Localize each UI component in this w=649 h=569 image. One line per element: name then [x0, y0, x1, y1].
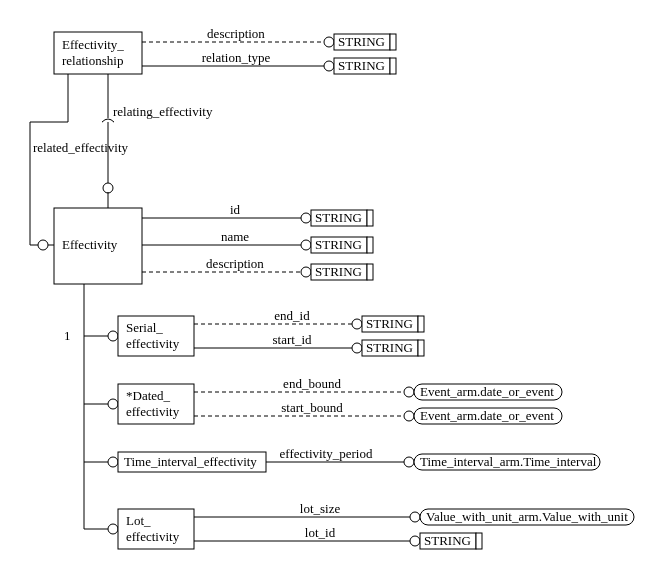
circle-end-id [352, 319, 362, 329]
typetext-name: STRING [315, 237, 362, 252]
typebox-start-id-tab [418, 340, 424, 356]
circle-relating [103, 183, 113, 193]
circle-related [38, 240, 48, 250]
typetext-relation-type: STRING [338, 58, 385, 73]
label-relating-effectivity: relating_effectivity [113, 104, 213, 119]
label-effectivity-period: effectivity_period [280, 446, 373, 461]
entity-serial-line1: Serial_ [126, 320, 163, 335]
entity-effectivity-relationship-line2: relationship [62, 53, 123, 68]
entity-serial-line2: effectivity [126, 336, 180, 351]
circle-serial [108, 331, 118, 341]
typebox-relation-type-tab [390, 58, 396, 74]
circle-description-rel [324, 37, 334, 47]
label-related-effectivity: related_effectivity [33, 140, 129, 155]
label-description-rel: description [207, 26, 265, 41]
label-lot-id: lot_id [305, 525, 336, 540]
entity-effectivity-label: Effectivity [62, 237, 118, 252]
label-one: 1 [64, 328, 71, 343]
typebox-name-tab [367, 237, 373, 253]
label-end-bound: end_bound [283, 376, 341, 391]
typetext-start-bound: Event_arm.date_or_event [420, 408, 554, 423]
circle-description [301, 267, 311, 277]
entity-lot-line1: Lot_ [126, 513, 151, 528]
typebox-end-id-tab [418, 316, 424, 332]
typetext-id: STRING [315, 210, 362, 225]
typetext-lot-id: STRING [424, 533, 471, 548]
entity-dated-effectivity: *Dated_ effectivity [118, 384, 194, 424]
typetext-description-rel: STRING [338, 34, 385, 49]
typebox-lot-id-tab [476, 533, 482, 549]
circle-timeint [108, 457, 118, 467]
label-description: description [206, 256, 264, 271]
circle-lot-size [410, 512, 420, 522]
typetext-start-id: STRING [366, 340, 413, 355]
label-lot-size: lot_size [300, 501, 341, 516]
circle-end-bound [404, 387, 414, 397]
entity-timeint-label: Time_interval_effectivity [124, 454, 257, 469]
typetext-end-bound: Event_arm.date_or_event [420, 384, 554, 399]
label-start-bound: start_bound [281, 400, 343, 415]
circle-start-id [352, 343, 362, 353]
typetext-end-id: STRING [366, 316, 413, 331]
circle-id [301, 213, 311, 223]
typetext-lot-size: Value_with_unit_arm.Value_with_unit [426, 509, 628, 524]
entity-effectivity-relationship: Effectivity_ relationship [54, 32, 142, 74]
typebox-id-tab [367, 210, 373, 226]
typebox-description-rel-tab [390, 34, 396, 50]
entity-time-interval-effectivity: Time_interval_effectivity [118, 452, 266, 472]
circle-name [301, 240, 311, 250]
circle-start-bound [404, 411, 414, 421]
typetext-description: STRING [315, 264, 362, 279]
label-name: name [221, 229, 249, 244]
label-end-id: end_id [274, 308, 310, 323]
label-start-id: start_id [273, 332, 312, 347]
typebox-description-tab [367, 264, 373, 280]
entity-dated-line1: *Dated_ [126, 388, 171, 403]
label-id: id [230, 202, 241, 217]
circle-lot [108, 524, 118, 534]
entity-serial-effectivity: Serial_ effectivity [118, 316, 194, 356]
entity-effectivity-relationship-line1: Effectivity_ [62, 37, 124, 52]
circle-dated [108, 399, 118, 409]
typetext-effectivity-period: Time_interval_arm.Time_interval [420, 454, 597, 469]
entity-effectivity: Effectivity [54, 208, 142, 284]
entity-lot-line2: effectivity [126, 529, 180, 544]
circle-effectivity-period [404, 457, 414, 467]
circle-lot-id [410, 536, 420, 546]
label-relation-type: relation_type [202, 50, 271, 65]
circle-relation-type [324, 61, 334, 71]
entity-lot-effectivity: Lot_ effectivity [118, 509, 194, 549]
entity-dated-line2: effectivity [126, 404, 180, 419]
